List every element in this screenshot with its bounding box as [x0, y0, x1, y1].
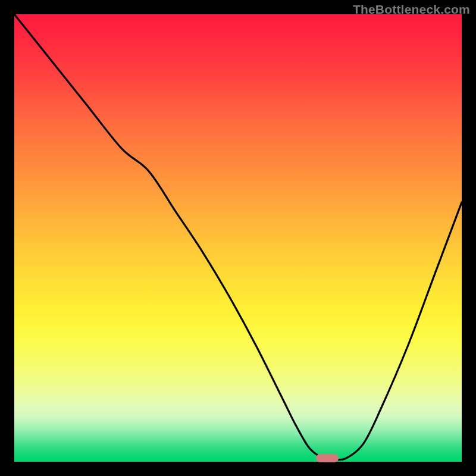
chart-frame: [14, 14, 462, 462]
bottleneck-curve: [14, 14, 462, 462]
watermark-text: TheBottleneck.com: [353, 2, 470, 17]
optimal-point-marker: [316, 454, 339, 462]
plot-area: [14, 14, 462, 462]
